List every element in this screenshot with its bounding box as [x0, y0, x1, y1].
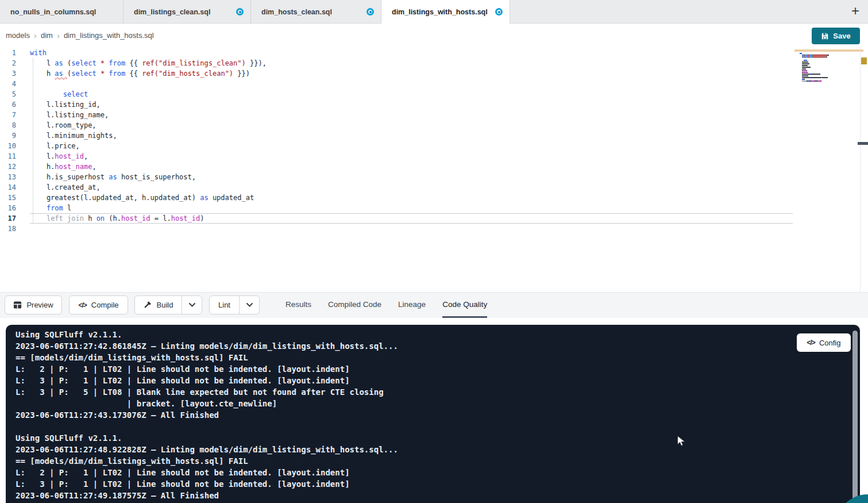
- code-token: }}),: [246, 59, 267, 67]
- tab-bar: no_nulls_in_columns.sqldim_listings_clea…: [0, 0, 868, 24]
- code-token: h: [84, 214, 97, 222]
- line-number: 3: [0, 68, 16, 79]
- minimap-line: [800, 53, 859, 54]
- code-token: as: [200, 194, 208, 202]
- code-token: (h.: [105, 214, 121, 222]
- panel-tab-lineage[interactable]: Lineage: [398, 293, 426, 318]
- tab-strip: no_nulls_in_columns.sqldim_listings_clea…: [0, 0, 510, 23]
- line-number: 9: [0, 130, 16, 141]
- minimap-line: [800, 67, 859, 68]
- unsaved-changes-icon: [367, 8, 374, 16]
- panel-tab-results[interactable]: Results: [286, 293, 311, 318]
- code-line[interactable]: h.host_name,: [30, 162, 860, 172]
- minimap-line: [800, 72, 859, 73]
- code-token: [97, 59, 101, 67]
- code-token: [30, 204, 47, 212]
- save-button-label: Save: [833, 32, 850, 40]
- panel-tab-compiled-code[interactable]: Compiled Code: [328, 293, 381, 318]
- code-token: l.minimum_nights,: [30, 132, 117, 140]
- code-line[interactable]: h.is_superhost as host_is_superhost,: [30, 172, 860, 182]
- build-button[interactable]: Build: [135, 296, 182, 314]
- code-token: as: [55, 59, 63, 67]
- code-token: l.created_at,: [30, 183, 101, 191]
- terminal-scrollbar[interactable]: [852, 331, 858, 500]
- breadcrumb-segment[interactable]: dim: [41, 31, 53, 40]
- code-line[interactable]: l.host_id,: [30, 151, 860, 162]
- minimap-line: [800, 55, 859, 56]
- code-line[interactable]: l.listing_id,: [30, 99, 860, 110]
- code-line[interactable]: left join h on (h.host_id = l.host_id): [30, 213, 793, 224]
- build-dropdown-button[interactable]: [182, 296, 202, 314]
- code-editor[interactable]: 123456789101112131415161718 with l as (s…: [0, 47, 868, 292]
- file-tab[interactable]: dim_listings_clean.sql: [124, 0, 251, 24]
- line-number: 8: [0, 120, 16, 130]
- file-tab-label: dim_hosts_clean.sql: [261, 8, 332, 16]
- line-number: 14: [0, 182, 16, 193]
- chevron-down-icon: [189, 303, 195, 307]
- code-line[interactable]: l.listing_name,: [30, 110, 860, 120]
- line-number: 17: [0, 213, 16, 224]
- code-line[interactable]: with: [30, 48, 860, 58]
- code-token: l: [63, 204, 71, 212]
- table-icon: [13, 301, 22, 309]
- code-token: ,: [84, 152, 88, 160]
- terminal-line: L: 2 | P: 1 | LT02 | Line should not be …: [16, 363, 398, 375]
- panel-tab-code-quality[interactable]: Code Quality: [442, 293, 487, 318]
- file-tab[interactable]: no_nulls_in_columns.sql: [0, 0, 124, 24]
- breadcrumb-segment[interactable]: models: [6, 31, 30, 40]
- lint-button[interactable]: Lint: [210, 296, 239, 314]
- file-tab-label: dim_listings_with_hosts.sql: [392, 8, 488, 16]
- chevron-right-icon: ›: [57, 31, 60, 40]
- code-line[interactable]: [30, 224, 860, 234]
- lint-dropdown-button[interactable]: [239, 296, 259, 314]
- code-area[interactable]: with l as (select * from {{ ref("dim_lis…: [30, 48, 860, 234]
- config-button[interactable]: </> Config: [797, 333, 851, 352]
- preview-button-label: Preview: [26, 301, 53, 309]
- file-tab[interactable]: dim_hosts_clean.sql: [251, 0, 381, 24]
- minimap-line: [800, 63, 859, 64]
- code-line[interactable]: l.minimum_nights,: [30, 130, 860, 141]
- gutter: 123456789101112131415161718: [0, 48, 16, 234]
- compile-button[interactable]: </> Compile: [69, 295, 128, 314]
- code-token: (: [63, 59, 71, 67]
- code-line[interactable]: l.created_at,: [30, 182, 860, 193]
- code-line[interactable]: h as (select * from {{ ref("dim_hosts_cl…: [30, 68, 860, 79]
- code-token: on: [97, 214, 105, 222]
- line-number: 12: [0, 162, 16, 172]
- minimap-line: [800, 68, 859, 70]
- line-number: 4: [0, 79, 16, 89]
- terminal-line: | bracket. [layout.cte_newline]: [16, 398, 398, 409]
- code-line[interactable]: from l: [30, 203, 860, 213]
- preview-button[interactable]: Preview: [5, 295, 62, 314]
- code-line[interactable]: l as (select * from {{ ref("dim_listings…: [30, 58, 860, 68]
- minimap-lines[interactable]: [800, 53, 859, 84]
- terminal-line: 2023-06-06T11:27:42.861845Z – Linting mo…: [16, 340, 398, 352]
- code-line[interactable]: l.price,: [30, 141, 860, 151]
- minimap-viewport[interactable]: [794, 49, 863, 52]
- file-tab[interactable]: dim_listings_with_hosts.sql: [381, 0, 510, 24]
- code-line[interactable]: [30, 79, 860, 89]
- code-token: l.listing_id,: [30, 101, 101, 109]
- minimap-line: [800, 56, 859, 57]
- line-number: 2: [0, 58, 16, 68]
- code-token: from: [109, 59, 125, 67]
- code-token: [30, 90, 63, 98]
- overview-ruler-warning-marker: [861, 57, 867, 64]
- terminal-line: == [models/dim/dim_listings_with_hosts.s…: [16, 455, 398, 467]
- file-header-bar: models › dim › dim_listings_with_hosts.s…: [0, 24, 868, 47]
- code-token: host_id: [121, 214, 151, 222]
- code-token: = l.: [151, 214, 171, 222]
- overview-ruler-divider: [860, 47, 861, 292]
- code-token: from: [47, 204, 63, 212]
- minimap-line: [800, 82, 859, 83]
- lint-button-label: Lint: [218, 301, 230, 309]
- code-line[interactable]: greatest(l.updated_at, h.updated_at) as …: [30, 193, 860, 203]
- build-button-label: Build: [157, 301, 173, 309]
- code-line[interactable]: select: [30, 89, 860, 99]
- new-tab-button[interactable]: +: [847, 3, 863, 19]
- terminal-line: 2023-06-06T11:27:43.173076Z – All Finish…: [16, 409, 398, 421]
- overview-ruler-scroll-marker[interactable]: [858, 142, 868, 145]
- line-number: 7: [0, 110, 16, 120]
- code-line[interactable]: l.room_type,: [30, 120, 860, 130]
- save-button[interactable]: Save: [812, 28, 860, 44]
